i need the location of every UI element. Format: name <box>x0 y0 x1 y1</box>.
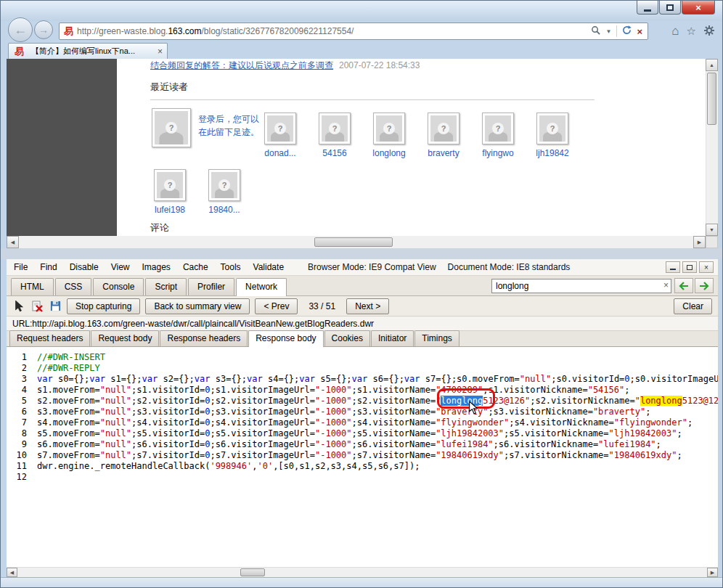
vertical-scroll-thumb[interactable] <box>707 73 716 125</box>
code-line[interactable]: 12 <box>7 472 718 483</box>
menu-cache[interactable]: Cache <box>183 262 208 272</box>
scroll-right-button[interactable]: ▶ <box>707 568 718 577</box>
reader-name-link[interactable]: braverty <box>416 148 471 158</box>
code-line[interactable]: 6s3.moveFrom="null";s3.visitorId=0;s3.vi… <box>7 407 718 417</box>
menu-validate[interactable]: Validate <box>253 262 284 272</box>
browser-mode-menu[interactable]: Browser Mode: IE9 Compat View <box>308 262 436 272</box>
menu-images[interactable]: Images <box>142 262 171 272</box>
response-body-code[interactable]: 1//#DWR-INSERT2//#DWR-REPLY3var s0={};va… <box>7 347 718 567</box>
devtools-splitter[interactable] <box>1 248 722 259</box>
reader-name-link[interactable]: donad... <box>253 148 308 158</box>
login-link-2[interactable]: 在此留下足迹。 <box>198 126 259 139</box>
devtools-unpin-button[interactable] <box>682 261 697 273</box>
subtab-timings[interactable]: Timings <box>414 330 459 346</box>
browser-tab[interactable]: 易 【简介】如何编写linux下na... × <box>8 43 168 59</box>
subtab-request-body[interactable]: Request body <box>91 330 159 346</box>
reader-name-link[interactable]: lufei198 <box>142 205 197 215</box>
code-horizontal-scrollbar[interactable]: ◀ ▶ <box>7 567 718 577</box>
next-request-button[interactable]: Next > <box>346 298 389 314</box>
menu-tools[interactable]: Tools <box>221 262 241 272</box>
maximize-button[interactable] <box>659 1 681 15</box>
code-scroll-thumb[interactable] <box>240 568 265 576</box>
forward-button[interactable]: → <box>34 20 53 39</box>
stop-capturing-button[interactable]: Stop capturing <box>67 298 140 314</box>
code-line[interactable]: 2//#DWR-REPLY <box>7 363 718 374</box>
minimize-button[interactable] <box>637 1 658 15</box>
reader-name-link[interactable]: 19840... <box>197 205 252 215</box>
select-element-cursor-icon[interactable] <box>12 300 25 313</box>
reader-avatar[interactable]: ? <box>482 113 514 144</box>
menu-disable[interactable]: Disable <box>70 262 99 272</box>
code-line[interactable]: 7s4.moveFrom="null";s4.visitorId=0;s4.vi… <box>7 417 718 428</box>
scroll-left-button[interactable]: ◀ <box>7 568 17 577</box>
tab-html[interactable]: HTML <box>11 278 54 295</box>
tab-profiler[interactable]: Profiler <box>188 278 234 295</box>
scroll-right-button[interactable]: ▶ <box>693 236 706 248</box>
tab-close-icon[interactable]: × <box>158 46 163 57</box>
clear-entries-icon[interactable] <box>30 300 44 313</box>
devtools-search-input[interactable] <box>491 279 671 293</box>
code-line[interactable]: 1//#DWR-INSERT <box>7 352 718 363</box>
code-line[interactable]: 8s5.moveFrom="null";s5.visitorId=0;s5.vi… <box>7 428 718 439</box>
favorites-star-icon[interactable]: ☆ <box>687 25 696 38</box>
horizontal-scroll-thumb[interactable] <box>314 237 393 247</box>
code-line[interactable]: 4s1.moveFrom="null";s1.visitorId=0;s1.vi… <box>7 385 718 396</box>
search-next-button[interactable] <box>695 278 714 293</box>
subtab-cookies[interactable]: Cookies <box>324 330 370 346</box>
reader-avatar[interactable]: ? <box>152 108 191 147</box>
reader-avatar[interactable]: ? <box>154 169 186 201</box>
scroll-up-button[interactable]: ▲ <box>706 59 718 71</box>
subtab-request-headers[interactable]: Request headers <box>9 330 90 346</box>
code-line[interactable]: 10s7.moveFrom="null";s7.visitorId=0;s7.v… <box>7 450 718 461</box>
back-button[interactable]: ← <box>8 17 33 42</box>
scroll-down-button[interactable]: ▼ <box>706 224 718 236</box>
prev-request-button[interactable]: < Prev <box>255 298 298 314</box>
tab-network[interactable]: Network <box>236 278 287 296</box>
reader-name-link[interactable]: flyingwo <box>470 148 526 158</box>
address-dropdown-icon[interactable]: ▼ <box>605 28 611 35</box>
reader-name-link[interactable]: ljh19842 <box>525 148 580 158</box>
menu-view[interactable]: View <box>111 262 130 272</box>
search-previous-button[interactable] <box>674 278 693 293</box>
tab-script[interactable]: Script <box>145 278 187 295</box>
tab-console[interactable]: Console <box>93 278 144 295</box>
subtab-response-headers[interactable]: Response headers <box>160 330 248 346</box>
reader-name-link[interactable]: longlong <box>362 148 417 158</box>
reader-avatar[interactable]: ? <box>208 169 240 201</box>
refresh-icon[interactable] <box>622 25 632 37</box>
home-icon[interactable]: ⌂ <box>671 24 679 38</box>
menu-file[interactable]: File <box>14 262 28 272</box>
close-button[interactable]: × <box>682 1 715 15</box>
reader-avatar[interactable]: ? <box>373 113 405 144</box>
address-bar[interactable]: 易 http://green-waste.blog.163.com/blog/s… <box>59 23 648 40</box>
scroll-left-button[interactable]: ◀ <box>7 236 19 248</box>
reader-avatar[interactable]: ? <box>536 113 568 144</box>
search-clear-icon[interactable]: × <box>663 280 669 290</box>
subtab-initiator[interactable]: Initiator <box>371 330 414 346</box>
blog-post-link[interactable]: 结合频回复的解答：建议以后说观点之前多调查 <box>150 60 333 70</box>
document-mode-menu[interactable]: Document Mode: IE8 standards <box>448 262 571 272</box>
reader-avatar[interactable]: ? <box>428 113 459 144</box>
back-to-summary-button[interactable]: Back to summary view <box>145 298 250 314</box>
devtools-close-button[interactable]: × <box>699 261 714 273</box>
settings-gear-icon[interactable] <box>703 25 715 38</box>
code-line[interactable]: 5s2.moveFrom="null";s2.visitorId=0;s2.vi… <box>7 396 718 407</box>
subtab-response-body[interactable]: Response body <box>248 330 323 347</box>
tab-css[interactable]: CSS <box>55 278 92 295</box>
reader-avatar[interactable]: ? <box>264 113 296 144</box>
menu-find[interactable]: Find <box>40 262 57 272</box>
devtools-minimize-button[interactable] <box>666 261 680 273</box>
titlebar[interactable]: × <box>1 1 722 21</box>
url-text[interactable]: http://green-waste.blog.163.com/blog/sta… <box>77 26 589 36</box>
separator <box>616 25 617 37</box>
code-line[interactable]: 11dwr.engine._remoteHandleCallback('9989… <box>7 461 718 472</box>
code-line[interactable]: 9s6.moveFrom="null";s6.visitorId=0;s6.vi… <box>7 439 718 450</box>
search-icon[interactable] <box>591 25 600 37</box>
stop-icon[interactable]: × <box>637 26 642 37</box>
save-icon[interactable] <box>49 300 62 313</box>
clear-button[interactable]: Clear <box>674 298 712 314</box>
reader-avatar[interactable]: ? <box>319 113 351 144</box>
code-line[interactable]: 3var s0={};var s1={};var s2={};var s3={}… <box>7 374 718 385</box>
login-link[interactable]: 登录后，您可以 <box>198 113 259 126</box>
reader-name-link[interactable]: 54156 <box>307 148 362 158</box>
